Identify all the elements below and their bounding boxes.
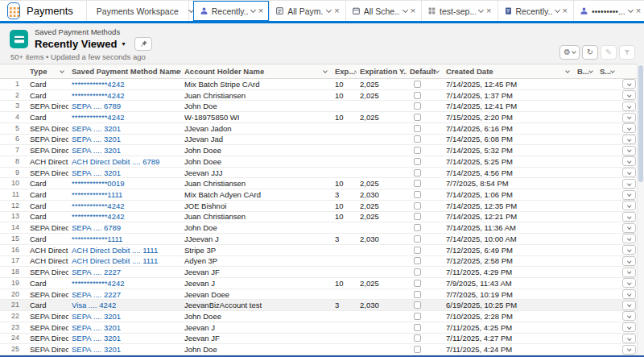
column-header-created-date[interactable]: Created Date: [443, 64, 574, 78]
chevron-down-icon[interactable]: [402, 7, 408, 13]
scrollbar-thumb[interactable]: [638, 65, 643, 182]
column-header-b[interactable]: B...: [574, 64, 597, 78]
table-row[interactable]: 1 Card ************4242 Mix Batch Stripe…: [0, 79, 644, 90]
table-row[interactable]: 17 ACH Direct De... ACH Direct Debit ...…: [0, 256, 644, 268]
app-launcher-button[interactable]: [7, 2, 20, 19]
row-actions-button[interactable]: [622, 334, 636, 343]
default-checkbox[interactable]: [414, 257, 421, 264]
table-row[interactable]: 13 Card ************4242 Juan Christians…: [0, 212, 644, 223]
payment-method-name-link[interactable]: ************4242: [72, 201, 125, 211]
row-actions-button[interactable]: [622, 102, 636, 111]
console-tab[interactable]: All Paym... ×: [269, 1, 345, 21]
payment-method-name-link[interactable]: SEPA .... 6789: [72, 101, 121, 111]
table-row[interactable]: 7 SEPA Direct D... SEPA .... 3201 John D…: [0, 145, 644, 156]
table-row[interactable]: 14 SEPA Direct D... SEPA .... 6789 John …: [0, 222, 644, 234]
close-icon[interactable]: ×: [636, 6, 641, 15]
pin-view-button[interactable]: [134, 37, 152, 51]
row-actions-button[interactable]: [622, 223, 636, 233]
payment-method-name-link[interactable]: SEPA .... 3201: [72, 333, 121, 343]
column-header-account-holder-name[interactable]: Account Holder Name: [181, 64, 332, 78]
payment-method-name-link[interactable]: SEPA .... 3201: [72, 311, 121, 322]
default-checkbox[interactable]: [414, 102, 421, 110]
row-actions-button[interactable]: [622, 212, 636, 222]
default-checkbox[interactable]: [414, 135, 421, 143]
table-row[interactable]: 25 SEPA Direct D... SEPA .... 3201 John …: [0, 344, 644, 355]
default-checkbox[interactable]: [414, 235, 421, 243]
console-tab[interactable]: Recently... ×: [497, 1, 573, 21]
row-actions-button[interactable]: [622, 201, 636, 210]
console-tab[interactable]: All Sche... ×: [345, 1, 421, 21]
chevron-down-icon[interactable]: [326, 7, 332, 13]
payment-method-name-link[interactable]: SEPA .... 2227: [72, 289, 121, 300]
row-actions-button[interactable]: [622, 179, 636, 189]
table-row[interactable]: 22 SEPA Direct D... SEPA .... 3201 John …: [0, 311, 644, 322]
table-row[interactable]: 6 SEPA Direct D... SEPA .... 3201 JJevan…: [0, 135, 644, 146]
table-row[interactable]: 24 SEPA Direct D... SEPA .... 3201 Jeeva…: [0, 334, 644, 345]
default-checkbox[interactable]: [414, 334, 421, 342]
payment-method-name-link[interactable]: ************4242: [72, 90, 125, 101]
payment-method-name-link[interactable]: ACH Direct Debit .... 1111: [72, 255, 158, 266]
payment-method-name-link[interactable]: ACH Direct Debit .... 1111: [72, 245, 158, 255]
default-checkbox[interactable]: [414, 324, 421, 331]
default-checkbox[interactable]: [414, 346, 421, 353]
column-header-saved-payment-method-name[interactable]: Saved Payment Method Name: [68, 64, 181, 78]
row-actions-button[interactable]: [622, 245, 636, 255]
row-actions-button[interactable]: [622, 345, 636, 355]
chevron-down-icon[interactable]: [250, 7, 256, 13]
table-row[interactable]: 18 SEPA Direct D... SEPA .... 2227 Jeeva…: [0, 267, 644, 278]
close-icon[interactable]: ×: [486, 6, 491, 15]
payment-method-name-link[interactable]: SEPA .... 2227: [72, 267, 121, 277]
default-checkbox[interactable]: [414, 180, 421, 187]
table-row[interactable]: 12 Card ************4242 JOE Bishnoi 10 …: [0, 201, 644, 212]
payment-method-name-link[interactable]: SEPA .... 3201: [72, 344, 121, 355]
column-header-type[interactable]: Type: [27, 64, 68, 78]
row-actions-button[interactable]: [622, 113, 636, 122]
row-actions-button[interactable]: [622, 123, 636, 133]
table-row[interactable]: 8 ACH Direct De... ACH Direct Debit ....…: [0, 156, 644, 168]
chevron-down-icon[interactable]: [554, 7, 559, 13]
close-icon[interactable]: ×: [334, 6, 339, 15]
default-checkbox[interactable]: [414, 191, 421, 198]
payment-method-name-link[interactable]: Visa .... 4242: [72, 300, 116, 310]
default-checkbox[interactable]: [414, 213, 421, 220]
payment-method-name-link[interactable]: ************1111: [72, 234, 122, 244]
view-selector-chevron-icon[interactable]: ▾: [122, 40, 125, 48]
payment-method-name-link[interactable]: ************4242: [72, 112, 125, 122]
nav-tab-payments-workspace[interactable]: Payments Workspace: [86, 1, 188, 21]
payment-method-name-link[interactable]: ************1111: [72, 189, 122, 200]
table-row[interactable]: 16 ACH Direct De... ACH Direct Debit ...…: [0, 245, 644, 256]
payment-method-name-link[interactable]: SEPA .... 6789: [72, 222, 121, 233]
payment-method-name-link[interactable]: ************4242: [72, 211, 125, 222]
payment-method-name-link[interactable]: SEPA .... 3201: [72, 123, 121, 134]
payment-method-name-link[interactable]: ************0019: [72, 178, 125, 189]
row-actions-button[interactable]: [622, 79, 636, 89]
row-actions-button[interactable]: [622, 289, 636, 299]
row-actions-button[interactable]: [622, 256, 636, 266]
default-checkbox[interactable]: [414, 268, 421, 276]
vertical-scrollbar[interactable]: [637, 64, 644, 355]
default-checkbox[interactable]: [414, 169, 421, 176]
payment-method-name-link[interactable]: SEPA .... 3201: [72, 168, 121, 178]
default-checkbox[interactable]: [414, 224, 421, 231]
column-header-s[interactable]: S...: [597, 64, 617, 78]
payment-method-name-link[interactable]: ACH Direct Debit .... 6789: [72, 156, 159, 167]
table-row[interactable]: 11 Card ************1111 Mix Batch Adyen…: [0, 189, 644, 201]
row-actions-button[interactable]: [622, 168, 636, 177]
console-tab[interactable]: test-sep... ×: [421, 1, 497, 21]
default-checkbox[interactable]: [414, 114, 421, 121]
table-row[interactable]: 19 Card ************4242 Jeevan J 10 2,0…: [0, 278, 644, 289]
row-actions-button[interactable]: [622, 146, 636, 156]
row-actions-button[interactable]: [622, 156, 636, 166]
table-row[interactable]: 2 Card ************4242 Juan Christianse…: [0, 90, 644, 102]
close-icon[interactable]: ×: [258, 6, 263, 15]
list-view-name[interactable]: Recently Viewed: [35, 38, 117, 50]
row-actions-button[interactable]: [622, 311, 636, 321]
table-row[interactable]: 5 SEPA Direct D... SEPA .... 3201 JJevan…: [0, 123, 644, 135]
payment-method-name-link[interactable]: ************4242: [72, 79, 125, 89]
table-row[interactable]: 9 SEPA Direct D... SEPA .... 3201 Jeevan…: [0, 168, 644, 179]
table-row[interactable]: 3 SEPA Direct D... SEPA .... 6789 John D…: [0, 101, 644, 112]
row-actions-button[interactable]: [622, 190, 636, 200]
payment-method-name-link[interactable]: SEPA .... 3201: [72, 134, 121, 144]
default-checkbox[interactable]: [414, 280, 421, 287]
default-checkbox[interactable]: [414, 92, 421, 99]
